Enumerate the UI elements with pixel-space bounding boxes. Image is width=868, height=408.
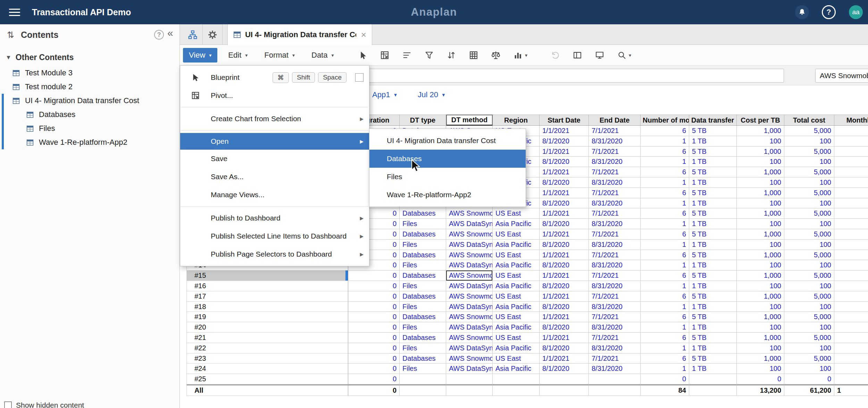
grid-cell[interactable]: 8/1/2020 [540,157,589,167]
grid-cell[interactable]: 8/1/2020 [540,240,589,250]
grid-cell[interactable] [834,147,868,157]
grid-cell[interactable]: 1 TB [689,136,737,147]
tab-settings[interactable] [203,24,223,45]
grid-cell[interactable]: Asia Pacific [493,281,540,291]
grid-cell[interactable]: 7/1/2021 [589,353,641,364]
dashboard-icon[interactable] [595,50,604,60]
column-header[interactable]: Total cost [784,115,834,126]
grid-cell[interactable]: 100 [737,260,784,270]
grid-cell[interactable]: 1 [641,322,689,333]
grid-cell[interactable]: 1 TB [689,364,737,374]
grid-cell[interactable]: 100 [737,198,784,209]
menu-item-save[interactable]: Save [180,150,369,168]
grid-cell[interactable]: US East [493,229,540,240]
grid-cell[interactable] [834,322,868,333]
grid-cell[interactable]: 1/1/2021 [540,167,589,177]
grid-cell[interactable]: 7/1/2021 [589,147,641,157]
grid-cell[interactable]: 8/1/2020 [540,343,589,353]
grid-cell[interactable]: 1 [641,364,689,374]
grid-cell[interactable]: 0 [348,343,400,353]
grid-cell[interactable]: AWS Snowmob [446,270,493,281]
grid-cell[interactable]: Databases [400,312,446,322]
page-selector-jul-20[interactable]: Jul 20▼ [418,90,446,99]
grid-cell[interactable]: 0 [348,302,400,312]
grid-cell[interactable]: 1 [641,260,689,270]
column-header[interactable]: Monthly [834,115,868,126]
grid-cell[interactable] [834,198,868,209]
grid-cell[interactable]: 5 TB [689,188,737,198]
grid-cell[interactable]: 8/31/2020 [589,177,641,188]
grid-cell[interactable] [834,364,868,374]
avatar[interactable]: aa [849,5,863,19]
menu-item-publish-to-dashboard[interactable]: Publish to Dashboard▸ [180,209,369,227]
grid-cell[interactable] [834,136,868,147]
menu-item-manage-views[interactable]: Manage Views... [180,186,369,204]
grid-cell[interactable] [834,312,868,322]
grid-icon[interactable] [469,50,478,60]
grid-cell[interactable]: US East [493,208,540,219]
row-label[interactable]: #21 [186,333,348,343]
grid-cell[interactable]: 100 [737,136,784,147]
grid-cell[interactable]: 0 [348,384,400,396]
row-label[interactable]: #18 [186,302,348,312]
undo-icon[interactable] [550,50,560,60]
grid-cell[interactable]: 0 [348,281,400,291]
grid-cell[interactable]: 8/31/2020 [589,157,641,167]
sidebar-item-test-module-2[interactable]: Test module 2 [0,80,180,94]
grid-cell[interactable]: 0 [348,291,400,302]
grid-cell[interactable]: 1,000 [737,167,784,177]
grid-cell[interactable] [834,177,868,188]
freeze-icon[interactable] [573,50,582,60]
grid-cell[interactable]: 8/31/2020 [589,136,641,147]
grid-cell[interactable]: 7/1/2021 [589,312,641,322]
grid-cell[interactable]: 5 TB [689,250,737,260]
grid-cell[interactable]: US East [493,353,540,364]
grid-cell[interactable]: 100 [784,219,834,229]
grid-cell[interactable]: 1 TB [689,343,737,353]
sidebar-item-test-module-3[interactable]: Test Module 3 [0,66,180,80]
grid-cell[interactable]: 0 [737,374,784,384]
grid-cell[interactable] [834,157,868,167]
grid-cell[interactable]: 1 [834,384,868,396]
grid-cell[interactable]: 100 [784,240,834,250]
grid-cell[interactable]: 8/1/2020 [540,177,589,188]
grid-cell[interactable]: Files [400,364,446,374]
grid-cell[interactable]: 0 [348,374,400,384]
grid-cell[interactable] [834,353,868,364]
blueprint-toggle-checkbox[interactable] [355,73,364,82]
column-header[interactable]: Data transfer s [689,115,737,126]
grid-cell[interactable]: 100 [784,322,834,333]
grid-cell[interactable]: 5 TB [689,312,737,322]
grid-cell[interactable]: 8/1/2020 [540,219,589,229]
grid-cell[interactable]: 1 [641,302,689,312]
row-label[interactable]: All [186,384,348,396]
select-cursor-icon[interactable] [358,50,367,60]
menu-item-create-chart-from-selection[interactable]: Create Chart from Selection▸ [180,110,369,128]
grid-cell[interactable]: 6 [641,147,689,157]
grid-cell[interactable]: 8/1/2020 [540,260,589,270]
grid-cell[interactable] [834,208,868,219]
grid-cell[interactable]: AWS Snowmob [446,250,493,260]
grid-cell[interactable]: 0 [348,322,400,333]
grid-cell[interactable] [834,333,868,343]
grid-cell[interactable]: AWS DataSync [446,322,493,333]
row-label[interactable]: #25 [186,374,348,384]
grid-cell[interactable]: 8/31/2020 [589,219,641,229]
grid-cell[interactable]: Asia Pacific [493,302,540,312]
menu-item-open[interactable]: Open▸ [180,133,369,150]
grid-cell[interactable]: Asia Pacific [493,219,540,229]
help-button[interactable]: ? [822,5,836,19]
grid-cell[interactable]: 1/1/2021 [540,208,589,219]
grid-cell[interactable]: AWS Snowmob [446,312,493,322]
grid-cell[interactable]: 0 [784,374,834,384]
grid-cell[interactable] [834,250,868,260]
grid-cell[interactable]: 7/1/2021 [589,291,641,302]
grid-cell[interactable]: 7/1/2021 [589,188,641,198]
grid-cell[interactable]: 5,000 [784,147,834,157]
grid-cell[interactable]: 100 [737,219,784,229]
page-selector-app1[interactable]: App1▼ [372,90,398,99]
grid-cell[interactable]: Files [400,219,446,229]
grid-cell[interactable]: 7/1/2021 [589,229,641,240]
grid-cell[interactable]: US East [493,270,540,281]
close-icon[interactable]: × [356,30,366,40]
